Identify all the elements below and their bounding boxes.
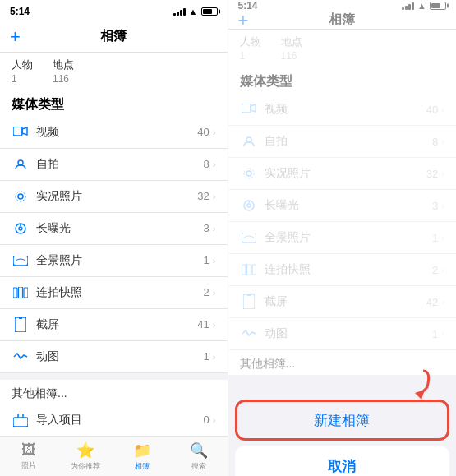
selfie-count-right: 8 — [432, 136, 438, 148]
category-people-count-left: 1 — [12, 73, 33, 85]
burst-label-right: 连拍快照 — [265, 262, 433, 277]
search-tab-label-left: 搜索 — [191, 461, 206, 472]
category-people-label-right: 人物 — [240, 35, 261, 49]
pano-label-left: 全景照片 — [36, 253, 204, 268]
selfie-label-right: 自拍 — [265, 134, 433, 149]
screen-chevron-left: › — [213, 320, 216, 330]
live-icon-right — [240, 164, 258, 183]
category-people-left[interactable]: 人物 1 — [12, 58, 33, 85]
list-item-burst-left[interactable]: 连拍快照 2 › — [0, 277, 228, 309]
wifi-icon-right: ▲ — [417, 1, 426, 11]
pano-label-right: 全景照片 — [265, 230, 433, 245]
svg-point-4 — [16, 192, 25, 201]
burst-chevron-left: › — [213, 288, 216, 298]
recommended-tab-label-left: 为你推荐 — [71, 461, 100, 472]
status-bar-right: 5:14 ▲ — [228, 0, 457, 12]
wifi-icon: ▲ — [189, 7, 198, 16]
svg-point-17 — [246, 137, 251, 142]
anim-chevron-left: › — [213, 352, 216, 362]
pano-chevron-left: › — [213, 256, 216, 266]
video-chevron-right: › — [441, 104, 444, 114]
list-item-anim-left[interactable]: 动图 1 › — [0, 341, 228, 373]
category-places-label-right: 地点 — [281, 35, 302, 49]
photos-tab-label-left: 照片 — [21, 460, 36, 471]
list-item-screen-left[interactable]: 截屏 41 › — [0, 309, 228, 341]
video-count-left: 40 — [197, 126, 209, 138]
burst-chevron-right: › — [441, 265, 444, 275]
screen-icon-right — [240, 293, 258, 311]
svg-rect-11 — [24, 288, 28, 298]
svg-point-6 — [19, 227, 22, 230]
status-icons-left: ▲ — [173, 7, 218, 16]
action-sheet-create-btn[interactable]: 新建相簿 — [235, 400, 450, 441]
slow-chevron-right: › — [441, 201, 444, 210]
selfie-icon-right — [240, 132, 258, 150]
media-section-header-left: 媒体类型 — [0, 88, 228, 117]
list-item-live-right: 实况照片 32 › — [228, 158, 457, 190]
svg-rect-8 — [13, 256, 28, 266]
screen-chevron-right: › — [441, 297, 444, 307]
tab-recommended-left[interactable]: ⭐ 为你推荐 — [57, 441, 113, 472]
svg-rect-9 — [13, 288, 17, 298]
selfie-icon-left — [12, 155, 30, 173]
live-label-right: 实况照片 — [265, 166, 426, 181]
nav-title-right: 相簿 — [329, 12, 355, 29]
pano-icon-right — [240, 229, 258, 247]
slow-icon-right — [240, 196, 258, 215]
list-item-pano-left[interactable]: 全景照片 1 › — [0, 245, 228, 277]
anim-count-right: 1 — [432, 328, 438, 340]
screen-icon-left — [12, 316, 30, 334]
svg-point-19 — [244, 169, 254, 178]
video-count-right: 40 — [426, 104, 438, 116]
category-people-right: 人物 1 — [240, 35, 261, 62]
divider-left — [0, 373, 228, 380]
status-icons-right: ▲ — [402, 1, 446, 11]
list-item-video-left[interactable]: 视频 40 › — [0, 117, 228, 149]
video-label-left: 视频 — [36, 125, 197, 140]
anim-icon-left — [12, 348, 30, 366]
import-chevron-left: › — [213, 415, 216, 425]
category-places-label-left: 地点 — [53, 58, 74, 72]
slow-icon-left — [12, 220, 30, 238]
live-count-left: 32 — [197, 190, 209, 202]
category-people-count-right: 1 — [240, 50, 261, 62]
svg-marker-1 — [22, 127, 27, 135]
svg-rect-25 — [246, 264, 251, 275]
status-time-left: 5:14 — [10, 6, 30, 17]
svg-point-2 — [18, 160, 23, 165]
burst-icon-right — [240, 261, 258, 279]
screen-label-left: 截屏 — [36, 317, 197, 332]
add-button-right[interactable]: + — [238, 12, 249, 30]
video-chevron-left: › — [213, 127, 216, 137]
list-item-import-left[interactable]: 导入项目 0 › — [0, 404, 228, 437]
list-item-slow-left[interactable]: 长曝光 3 › — [0, 213, 228, 245]
tab-search-left[interactable]: 🔍 搜索 — [170, 441, 227, 472]
svg-marker-29 — [415, 390, 425, 400]
action-sheet-cancel-btn[interactable]: 取消 — [235, 446, 450, 476]
list-item-burst-right: 连拍快照 2 › — [228, 254, 457, 286]
svg-rect-12 — [15, 317, 26, 332]
slow-label-right: 长曝光 — [265, 198, 433, 213]
list-item-live-left[interactable]: 实况照片 32 › — [0, 181, 228, 213]
anim-label-right: 动图 — [265, 326, 433, 341]
list-item-screen-right: 截屏 42 › — [228, 286, 457, 318]
burst-count-left: 2 — [204, 286, 210, 298]
list-item-selfie-left[interactable]: 自拍 8 › — [0, 149, 228, 181]
status-bar-left: 5:14 ▲ — [0, 0, 228, 22]
screen-label-right: 截屏 — [265, 294, 426, 309]
tab-albums-left[interactable]: 📁 相簿 — [113, 441, 170, 472]
slow-label-left: 长曝光 — [36, 221, 204, 236]
category-places-left[interactable]: 地点 116 — [53, 58, 74, 85]
nav-bar-right: + 相簿 — [228, 12, 457, 30]
left-panel: 5:14 ▲ + 相簿 人物 1 地点 116 媒体类型 — [0, 0, 228, 476]
list-item-video-right: 视频 40 › — [228, 94, 457, 126]
battery-icon — [201, 7, 218, 16]
cancel-label: 取消 — [328, 457, 356, 476]
video-icon-right — [240, 100, 258, 118]
svg-rect-15 — [242, 104, 251, 113]
add-button-left[interactable]: + — [10, 28, 21, 46]
video-icon-left — [12, 123, 30, 141]
tab-photos-left[interactable]: 🖼 照片 — [0, 441, 57, 471]
svg-rect-27 — [243, 294, 255, 309]
video-label-right: 视频 — [265, 102, 426, 117]
